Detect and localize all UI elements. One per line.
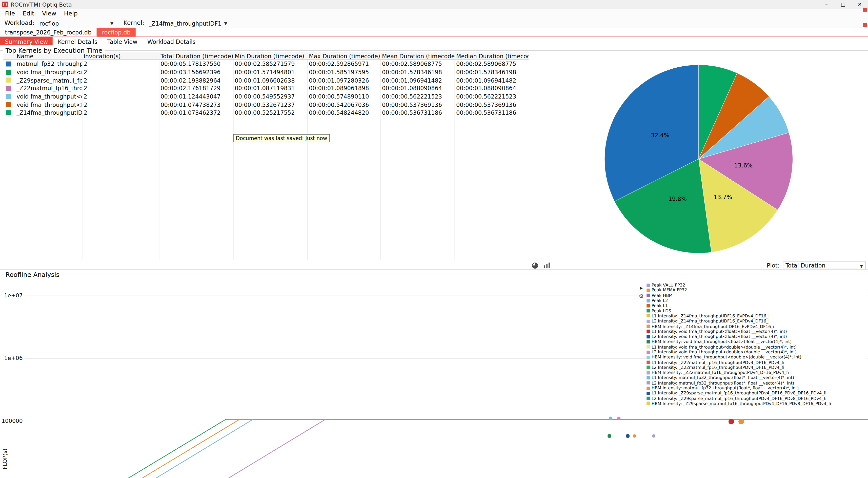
legend-item[interactable]: L1 Intensity: _Z22matmul_fp16_throughput… bbox=[647, 360, 867, 365]
table-header-cell-max-duration-timecode[interactable]: Max Duration (timecode) bbox=[307, 53, 380, 59]
workload-label: Workload: bbox=[4, 20, 34, 27]
legend-item[interactable]: L2 Intensity: matmul_fp32_throughput(flo… bbox=[647, 381, 867, 386]
legend-label: Peak MFMA FP32 bbox=[652, 288, 687, 293]
legend-label: L1 Intensity: _Z22matmul_fp16_throughput… bbox=[652, 360, 784, 365]
table-row[interactable]: matmul_fp32_throughput(float [...]200:00… bbox=[3, 60, 529, 68]
legend-settings-button[interactable]: ⚙ bbox=[638, 293, 645, 300]
table-row[interactable]: void fma_throughput<int>(int_[...]200:00… bbox=[3, 68, 529, 76]
table-header-cell-total-duration-timecode[interactable]: Total Duration (timecode) bbox=[159, 53, 233, 59]
menu-item-view[interactable]: View bbox=[38, 10, 60, 17]
table-row[interactable]: _Z22matmul_fp16_throughput [...]200:00:0… bbox=[3, 84, 529, 92]
legend-label: HBM Intensity: void fma_throughput<doubl… bbox=[652, 355, 801, 360]
legend-item[interactable]: L1 Intensity: _Z29sparse_matmul_fp16_thr… bbox=[647, 391, 867, 396]
db-tab-transpose-2026-feb-rocpd-db[interactable]: transpose_2026_Feb_rocpd.db bbox=[0, 28, 97, 36]
scatter-point[interactable] bbox=[609, 417, 612, 420]
toolbar-edge-marker bbox=[863, 23, 867, 27]
bar-chart-icon[interactable] bbox=[542, 262, 551, 269]
table-cell: 00:00:02.589068775 bbox=[454, 61, 529, 67]
legend-label: L2 Intensity: matmul_fp32_throughput(flo… bbox=[652, 381, 794, 386]
legend-item[interactable]: L1 Intensity: void fma_throughput<float>… bbox=[647, 329, 867, 334]
view-tab-kernel-details[interactable]: Kernel Details bbox=[53, 37, 102, 46]
view-tab-summary-view[interactable]: Summary View bbox=[0, 37, 53, 46]
db-tab-rocflop-db[interactable]: rocflop.db bbox=[97, 28, 135, 36]
workload-combo[interactable]: rocflop bbox=[37, 19, 116, 27]
minimize-button[interactable]: – bbox=[818, 0, 835, 9]
plot-combo[interactable]: Total Duration bbox=[783, 262, 866, 269]
legend-item[interactable]: L2 Intensity: _Z22matmul_fp16_throughput… bbox=[647, 365, 867, 370]
scatter-point[interactable] bbox=[633, 434, 636, 438]
legend-collapse-button[interactable]: ▶ bbox=[638, 284, 645, 291]
roofline-peak-l2 bbox=[156, 419, 253, 478]
legend-item[interactable]: HBM Intensity: _Z14fma_throughputIDF16_E… bbox=[647, 324, 867, 329]
table-cell: 00:00:00.532671237 bbox=[233, 101, 307, 108]
legend-item[interactable]: HBM Intensity: matmul_fp32_throughput(fl… bbox=[647, 386, 867, 391]
table-cell: 00:00:00.537369136 bbox=[380, 101, 454, 108]
legend-item[interactable]: HBM Intensity: _Z22matmul_fp16_throughpu… bbox=[647, 370, 867, 375]
scatter-point[interactable] bbox=[626, 434, 629, 438]
table-cell: 00:00:00.562221523 bbox=[380, 93, 454, 100]
table-cell: 00:00:02.592865971 bbox=[307, 61, 380, 67]
scatter-point[interactable] bbox=[608, 434, 611, 438]
table-row[interactable]: _Z29sparse_matmul_fp16_thr [...]200:00:0… bbox=[3, 76, 529, 84]
legend-item[interactable]: L2 Intensity: void fma_throughput<double… bbox=[647, 350, 867, 355]
legend-item[interactable]: HBM Intensity: void fma_throughput<doubl… bbox=[647, 355, 867, 360]
table-header-cell-min-duration-timecode[interactable]: Min Duration (timecode) bbox=[233, 53, 307, 59]
legend-item[interactable]: Peak L2 bbox=[647, 298, 867, 303]
legend-marker bbox=[647, 283, 650, 287]
toolbar: Workload: rocflop Kernel: _Z14fma_throug… bbox=[0, 18, 868, 28]
table-cell-name: void fma_throughput<int>(int_[...] bbox=[3, 69, 82, 75]
table-row[interactable]: _Z14fma_throughputIDF16_Ev [...]200:00:0… bbox=[3, 109, 529, 117]
kernel-name: void fma_throughput<double>( [...] bbox=[17, 93, 82, 100]
legend-marker bbox=[647, 345, 650, 349]
kernel-name: _Z14fma_throughputIDF16_Ev [...] bbox=[17, 110, 82, 116]
legend-item[interactable]: L2 Intensity: void fma_throughput<float>… bbox=[647, 334, 867, 339]
y-tick-label: 1e+07 bbox=[0, 293, 23, 299]
table-header-cell-mean-duration-timecode[interactable]: Mean Duration (timecode) bbox=[380, 53, 454, 59]
legend-marker bbox=[647, 381, 650, 385]
legend-item[interactable]: Peak HBM bbox=[647, 293, 867, 298]
table-cell: 00:00:00.549552937 bbox=[233, 93, 307, 100]
view-tab-bar: Summary ViewKernel DetailsTable ViewWork… bbox=[0, 37, 868, 46]
window-controls: – □ ✕ bbox=[818, 0, 868, 9]
maximize-button[interactable]: □ bbox=[835, 0, 851, 9]
menu-item-edit[interactable]: Edit bbox=[19, 10, 38, 17]
view-tab-workload-details[interactable]: Workload Details bbox=[142, 37, 200, 46]
chevron-down-icon bbox=[860, 262, 863, 269]
legend-item[interactable]: L2 Intensity: _Z14fma_throughputIDF16_Ev… bbox=[647, 319, 867, 324]
kernel-name: _Z22matmul_fp16_throughput [...] bbox=[17, 85, 82, 91]
legend-label: L2 Intensity: void fma_throughput<float>… bbox=[652, 334, 787, 339]
pie-label: 19.8% bbox=[668, 196, 687, 202]
scatter-point[interactable] bbox=[738, 419, 744, 424]
legend-item[interactable]: Peak L1 bbox=[647, 303, 867, 308]
scatter-point[interactable] bbox=[728, 419, 734, 424]
legend-label: Peak VALU FP32 bbox=[652, 283, 685, 288]
y-tick-label: 1e+06 bbox=[0, 355, 23, 362]
legend-item[interactable]: L2 Intensity: _Z29sparse_matmul_fp16_thr… bbox=[647, 396, 867, 401]
view-tab-table-view[interactable]: Table View bbox=[102, 37, 142, 46]
kernel-combo[interactable]: _Z14fma_throughputIDF16_EvPDv bbox=[147, 19, 229, 27]
titlebar: ROCm(TM) Optiq Beta – □ ✕ bbox=[0, 0, 868, 9]
scatter-point[interactable] bbox=[617, 417, 620, 420]
table-header-cell-median-duration-timecode[interactable]: Median Duration (timecode) bbox=[454, 53, 529, 59]
menu-item-file[interactable]: File bbox=[1, 10, 19, 17]
table-cell: 00:00:01.073462372 bbox=[159, 110, 233, 116]
legend-item[interactable]: L1 Intensity: void fma_throughput<double… bbox=[647, 344, 867, 349]
legend-item[interactable]: HBM Intensity: void fma_throughput<float… bbox=[647, 339, 867, 344]
table-row[interactable]: void fma_throughput<float>(flo [...]200:… bbox=[3, 100, 529, 109]
legend-item[interactable]: L1 Intensity: _Z14fma_throughputIDF16_Ev… bbox=[647, 313, 867, 319]
scatter-point[interactable] bbox=[652, 434, 655, 438]
legend-label: Peak L2 bbox=[652, 298, 668, 303]
table-cell: 00:00:00.536731186 bbox=[380, 110, 454, 116]
legend-item[interactable]: L1 Intensity: matmul_fp32_throughput(flo… bbox=[647, 375, 867, 380]
legend-item[interactable]: HBM Intensity: _Z29sparse_matmul_fp16_th… bbox=[647, 401, 867, 406]
legend-marker bbox=[647, 294, 650, 297]
legend-marker bbox=[647, 392, 650, 395]
pie-chart-icon[interactable] bbox=[530, 262, 539, 269]
legend-item[interactable]: Peak MFMA FP32 bbox=[647, 288, 867, 293]
table-row[interactable]: void fma_throughput<double>( [...]200:00… bbox=[3, 92, 529, 100]
workload-combo-value: rocflop bbox=[39, 20, 107, 26]
legend-item[interactable]: Peak LDS bbox=[647, 308, 867, 313]
table-cell: 00:00:02.589068775 bbox=[380, 61, 454, 67]
legend-item[interactable]: Peak VALU FP32 bbox=[647, 282, 867, 288]
menu-item-help[interactable]: Help bbox=[60, 10, 82, 17]
